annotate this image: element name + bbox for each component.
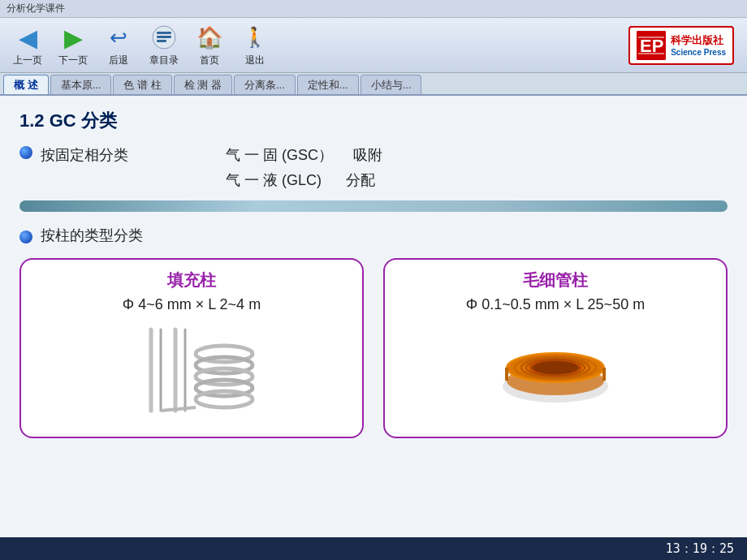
prev-icon: ◀ [13,23,42,52]
logo-en-text: Science Press [671,48,726,57]
prev-button[interactable]: ◀ 上一页 [6,19,49,71]
tab-detector[interactable]: 检 测 器 [174,75,232,94]
capillary-column-formula: Φ 0.1~0.5 mm × L 25~50 m [466,296,645,313]
bullet-fixed-phase: 按固定相分类 气 一 固 (GSC） 吸附 气 一 液 (GLC) 分配 [19,143,728,192]
next-icon: ▶ [58,23,88,52]
divider-bar [19,200,728,212]
section-title: 1.2 GC 分类 [19,109,728,133]
capillary-column-image [398,321,713,427]
class-type-2: 气 一 液 (GLC) 分配 [226,172,375,188]
svg-text:EP: EP [640,36,663,56]
logo-text: 科学出版社 Science Press [671,33,726,57]
tab-overview[interactable]: 概 述 [3,75,49,94]
title-bar: 分析化学课件 [0,0,747,18]
svg-rect-2 [157,36,171,38]
class-row-2: 气 一 液 (GLC) 分配 [226,168,382,193]
tab-separation[interactable]: 分离条... [234,75,296,94]
tab-bar: 概 述 基本原... 色 谱 柱 检 测 器 分离条... 定性和... 小结与… [0,73,747,96]
capillary-column-title: 毛细管柱 [523,269,588,291]
column-cards: 填充柱 Φ 4~6 mm × L 2~4 m [19,258,728,438]
bullet-dot-1 [19,146,32,159]
back-button[interactable]: ↩ 后退 [97,19,140,71]
home-icon: 🏠 [195,23,224,52]
prev-label: 上一页 [13,54,42,67]
app-title: 分析化学课件 [6,2,65,15]
packed-column-card: 填充柱 Φ 4~6 mm × L 2~4 m [19,258,364,438]
toc-label: 章目录 [149,54,179,67]
svg-point-22 [533,361,578,374]
svg-rect-3 [157,40,166,42]
tab-column[interactable]: 色 谱 柱 [113,75,171,94]
packed-column-title: 填充柱 [167,269,216,291]
exit-icon: 🚶 [240,23,270,52]
status-bar: 13：19：25 [0,537,747,560]
svg-point-16 [196,391,253,407]
exit-button[interactable]: 🚶 退出 [234,19,276,71]
home-button[interactable]: 🏠 首页 [188,19,231,71]
toolbar-buttons: ◀ 上一页 ▶ 下一页 ↩ 后退 [6,19,276,71]
capillary-column-card: 毛细管柱 Φ 0.1~0.5 mm × L 25~50 m [383,258,728,438]
class-row-1: 气 一 固 (GSC） 吸附 [226,143,382,168]
next-label: 下一页 [58,54,88,67]
toolbar: ◀ 上一页 ▶ 下一页 ↩ 后退 [0,18,747,73]
next-button[interactable]: ▶ 下一页 [52,19,94,71]
svg-line-17 [161,407,196,411]
tab-summary[interactable]: 小结与... [361,75,422,94]
back-label: 后退 [109,54,128,67]
publisher-logo: EP 科学出版社 Science Press [628,26,734,65]
logo-icon: EP [637,31,666,60]
logo-cn-text: 科学出版社 [671,33,723,48]
toc-button[interactable]: 章目录 [143,19,185,71]
toc-icon [149,23,179,52]
packed-column-formula: Φ 4~6 mm × L 2~4 m [123,296,261,313]
fixed-phase-label: 按固定相分类 [41,143,128,168]
home-label: 首页 [200,54,219,67]
time-display: 13：19：25 [666,541,734,557]
bullet-column-type: 按柱的类型分类 [19,223,728,248]
tab-basic[interactable]: 基本原... [50,75,112,94]
bullet-dot-2 [19,230,32,243]
exit-label: 退出 [245,54,265,67]
packed-column-image [34,321,349,427]
tab-qualitative[interactable]: 定性和... [297,75,359,94]
svg-rect-1 [157,32,171,34]
classification-list: 气 一 固 (GSC） 吸附 气 一 液 (GLC) 分配 [226,143,382,192]
column-type-label: 按柱的类型分类 [41,223,143,248]
main-content: 1.2 GC 分类 按固定相分类 气 一 固 (GSC） 吸附 气 一 液 (G… [0,96,747,537]
back-icon: ↩ [104,23,133,52]
class-type-1: 气 一 固 (GSC） 吸附 [226,147,382,163]
